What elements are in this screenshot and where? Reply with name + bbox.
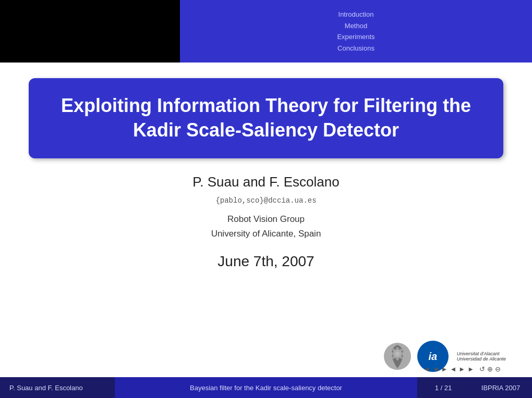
arrow-left-alt[interactable]: ◄ (450, 365, 456, 373)
zoom-in-icon[interactable]: ⊕ (487, 365, 493, 373)
presentation-title: Exploiting Information Theory for Filter… (50, 94, 482, 143)
authors-names: P. Suau and F. Escolano (29, 174, 503, 190)
university-name-catalan: Universitat d'Alacant (457, 351, 506, 356)
authors-email: {pablo,sco}@dccia.ua.es (29, 196, 503, 205)
nav-introduction[interactable]: Introduction (338, 9, 374, 20)
footer-bar: P. Suau and F. Escolano Bayesian filter … (0, 377, 532, 398)
zoom-out-icon[interactable]: ⊖ (495, 365, 501, 373)
footer-title: Bayesian filter for the Kadir scale-sali… (115, 384, 417, 392)
authors-affiliation: Robot Vision Group University of Alicant… (29, 212, 503, 242)
presentation-date: June 7th, 2007 (29, 253, 503, 270)
refresh-icon[interactable]: ↺ (479, 365, 485, 373)
university-name-spanish: Universidad de Alicante (457, 356, 506, 362)
top-header: Introduction Method Experiments Conclusi… (0, 0, 532, 63)
nav-arrows: ◄ ◄ ► ◄ ► ► ↺ ⊕ ⊖ (424, 365, 501, 373)
arrow-right[interactable]: ► (441, 365, 448, 373)
ua-shield-logo (383, 342, 412, 371)
nav-experiments[interactable]: Experiments (337, 32, 374, 42)
arrow-right-end[interactable]: ► (467, 365, 474, 373)
authors-section: P. Suau and F. Escolano {pablo,sco}@dcci… (29, 174, 503, 270)
title-box: Exploiting Information Theory for Filter… (29, 78, 503, 158)
main-content: Exploiting Information Theory for Filter… (0, 78, 532, 270)
footer-conference: IBPRIA 2007 (469, 377, 532, 398)
university-logo-text: Universitat d'Alacant Universidad de Ali… (457, 351, 506, 362)
header-black-section (0, 0, 180, 63)
nav-conclusions[interactable]: Conclusions (337, 43, 374, 54)
footer-page: 1 / 21 (417, 377, 469, 398)
footer-author: P. Suau and F. Escolano (0, 377, 115, 398)
arrow-right-alt[interactable]: ► (458, 365, 465, 373)
arrow-left-start[interactable]: ◄ (424, 365, 430, 373)
arrow-left[interactable]: ◄ (432, 365, 439, 373)
nav-method[interactable]: Method (345, 21, 367, 31)
header-nav-section: Introduction Method Experiments Conclusi… (180, 0, 532, 63)
